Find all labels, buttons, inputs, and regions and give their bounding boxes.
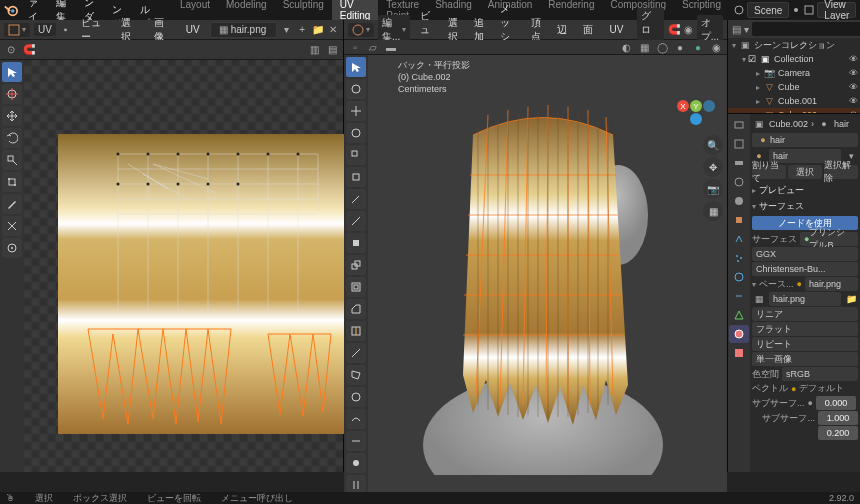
distribution-field[interactable]: GGX bbox=[752, 247, 858, 261]
ptab-constraint[interactable] bbox=[729, 287, 749, 305]
source-field[interactable]: 単一画像 bbox=[752, 352, 858, 366]
subsurface-method-field[interactable]: Christensen-Bu... bbox=[752, 262, 858, 276]
tool3d-select[interactable] bbox=[346, 57, 366, 77]
tool3d-knife[interactable] bbox=[346, 343, 366, 363]
ptab-particle[interactable] bbox=[729, 249, 749, 267]
tool3d-move[interactable] bbox=[346, 101, 366, 121]
tool3d-transform[interactable] bbox=[346, 167, 366, 187]
nav-persp[interactable]: ▦ bbox=[703, 201, 723, 221]
ptab-world[interactable] bbox=[729, 192, 749, 210]
nav-gizmo[interactable]: X Y bbox=[673, 83, 719, 129]
uv-open-icon[interactable]: 📁 bbox=[312, 23, 324, 37]
shading-rendered-icon[interactable]: ◉ bbox=[709, 40, 723, 54]
uv-image-field[interactable]: ▦hair.png bbox=[210, 22, 277, 38]
tool-scale[interactable] bbox=[2, 150, 22, 170]
tool-grab[interactable] bbox=[2, 238, 22, 258]
tool3d-edge-slide[interactable] bbox=[346, 431, 366, 451]
uv-browse-icon[interactable]: ▾ bbox=[281, 23, 292, 37]
nav-pan[interactable]: ✥ bbox=[703, 157, 723, 177]
outliner-type-icon[interactable]: ▤ bbox=[732, 22, 741, 36]
scene-field[interactable]: Scene bbox=[747, 2, 789, 18]
tool3d-scale[interactable] bbox=[346, 145, 366, 165]
tool-select-box[interactable] bbox=[2, 62, 22, 82]
tool3d-add-cube[interactable] bbox=[346, 233, 366, 253]
subsurface-r1[interactable]: 1.000 bbox=[818, 411, 858, 425]
overlay-toggle-icon[interactable]: ◐ bbox=[619, 40, 633, 54]
uv-display-modifier-icon[interactable]: ▤ bbox=[325, 43, 339, 57]
viewlayer-field[interactable]: View Layer bbox=[817, 2, 856, 18]
surface-header[interactable]: ▾サーフェス bbox=[752, 198, 858, 214]
assign-button[interactable]: 割り当て bbox=[752, 165, 786, 179]
uv-sync-mode[interactable]: UV bbox=[34, 23, 56, 36]
uv-select-mode-vertex-icon[interactable]: ▪ bbox=[60, 23, 71, 37]
select-button[interactable]: 選択 bbox=[788, 165, 822, 179]
shading-matprev-icon[interactable]: ● bbox=[691, 40, 705, 54]
ptab-material[interactable] bbox=[729, 325, 749, 343]
deselect-button[interactable]: 選択解除 bbox=[824, 165, 858, 179]
editor-type-3d[interactable]: ▾ bbox=[348, 23, 374, 37]
colorspace-field[interactable]: sRGB bbox=[782, 367, 858, 381]
tex-name-field[interactable]: hair.png bbox=[769, 292, 841, 306]
outliner-filter-icon[interactable]: ▾ bbox=[744, 22, 749, 36]
tool-cursor[interactable] bbox=[2, 84, 22, 104]
tool-transform[interactable] bbox=[2, 172, 22, 192]
tool3d-smooth[interactable] bbox=[346, 409, 366, 429]
tool3d-extrude[interactable] bbox=[346, 255, 366, 275]
3d-canvas[interactable]: バック・平行投影 (0) Cube.002 Centimeters bbox=[368, 55, 727, 497]
select-mode-edge-icon[interactable]: ▱ bbox=[366, 40, 380, 54]
tool-rotate[interactable] bbox=[2, 128, 22, 148]
outliner-scene-collection[interactable]: ▾▣シーンコレクション bbox=[728, 38, 860, 52]
tool3d-shrink[interactable] bbox=[346, 453, 366, 473]
tool-move[interactable] bbox=[2, 106, 22, 126]
ptab-viewlayer[interactable] bbox=[729, 154, 749, 172]
outliner-camera[interactable]: ▸📷Camera 👁 bbox=[728, 66, 860, 80]
nav-camera[interactable]: 📷 bbox=[703, 179, 723, 199]
shading-solid-icon[interactable]: ● bbox=[673, 40, 687, 54]
ptab-modifier[interactable] bbox=[729, 230, 749, 248]
outliner-cube001[interactable]: ▸▽Cube.001 👁 bbox=[728, 94, 860, 108]
ptab-scene[interactable] bbox=[729, 173, 749, 191]
uv-new-icon[interactable]: + bbox=[296, 23, 307, 37]
eye-icon[interactable]: 👁 bbox=[846, 94, 860, 108]
pin-icon[interactable] bbox=[791, 3, 801, 17]
editor-type-uv[interactable]: ▾ bbox=[4, 23, 30, 37]
extension-field[interactable]: リピート bbox=[752, 337, 858, 351]
base-color-tex[interactable]: hair.png bbox=[805, 277, 858, 291]
ptab-physics[interactable] bbox=[729, 268, 749, 286]
outliner-cube[interactable]: ▸▽Cube 👁 bbox=[728, 80, 860, 94]
ptab-render[interactable] bbox=[729, 116, 749, 134]
tool3d-inset[interactable] bbox=[346, 277, 366, 297]
ptab-output[interactable] bbox=[729, 135, 749, 153]
select-mode-vert-icon[interactable]: ▫ bbox=[348, 40, 362, 54]
eye-icon[interactable]: 👁 bbox=[846, 66, 860, 80]
tool-rip[interactable] bbox=[2, 216, 22, 236]
ptab-texture[interactable] bbox=[729, 344, 749, 362]
ptab-object[interactable] bbox=[729, 211, 749, 229]
3d-menu-uv[interactable]: UV bbox=[603, 23, 629, 36]
tool3d-annotate[interactable] bbox=[346, 189, 366, 209]
uv-pivot-icon[interactable]: ⊙ bbox=[4, 43, 18, 57]
select-mode-face-icon[interactable]: ▬ bbox=[384, 40, 398, 54]
shader-field[interactable]: ● プリンシプルB... bbox=[800, 232, 858, 246]
uv-snap-icon[interactable]: 🧲 bbox=[22, 43, 36, 57]
xray-toggle-icon[interactable]: ▦ bbox=[637, 40, 651, 54]
snap-icon[interactable]: 🧲 bbox=[668, 23, 680, 37]
ptab-data[interactable] bbox=[729, 306, 749, 324]
outliner-search[interactable] bbox=[752, 22, 860, 36]
eye-icon[interactable]: 👁 bbox=[846, 52, 860, 66]
tool-annotate[interactable] bbox=[2, 194, 22, 214]
projection-field[interactable]: フラット bbox=[752, 322, 858, 336]
interpolation-field[interactable]: リニア bbox=[752, 307, 858, 321]
tool3d-spin[interactable] bbox=[346, 387, 366, 407]
proportional-icon[interactable]: ◉ bbox=[684, 23, 693, 37]
uv-canvas[interactable] bbox=[24, 60, 343, 472]
3d-menu-face[interactable]: 面 bbox=[577, 22, 599, 38]
eye-icon[interactable]: 👁 bbox=[846, 80, 860, 94]
subsurface-value[interactable]: 0.000 bbox=[816, 396, 856, 410]
tool3d-loopcut[interactable] bbox=[346, 321, 366, 341]
tool3d-rotate[interactable] bbox=[346, 123, 366, 143]
tex-image-icon[interactable]: ▦ bbox=[752, 292, 766, 306]
nav-zoom[interactable]: 🔍 bbox=[703, 135, 723, 155]
uv-unlink-icon[interactable]: ✕ bbox=[328, 23, 339, 37]
material-slot[interactable]: ● hair bbox=[752, 133, 858, 147]
